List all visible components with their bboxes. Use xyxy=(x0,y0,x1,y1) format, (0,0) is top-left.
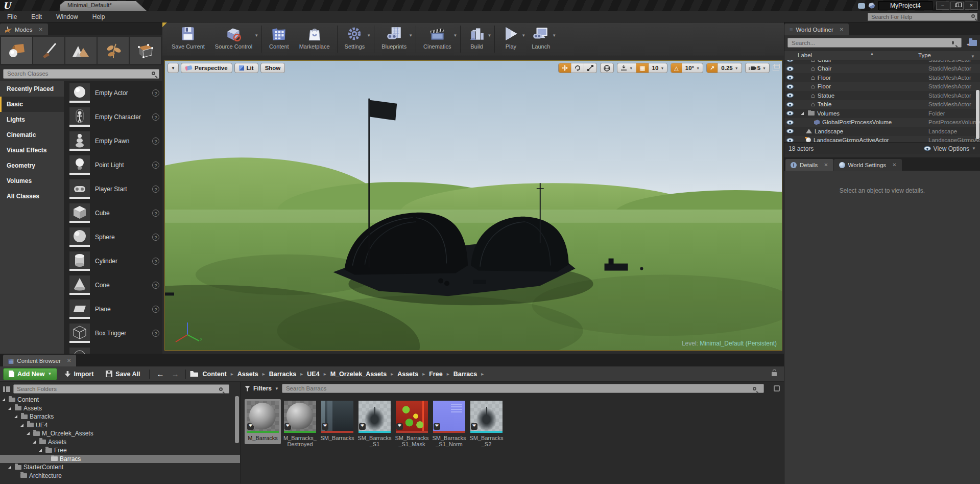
save-current-button[interactable]: Save Current xyxy=(166,22,210,56)
tree-item[interactable]: Assets xyxy=(0,404,240,413)
expander-icon[interactable] xyxy=(39,449,42,452)
save-search-button[interactable] xyxy=(774,385,780,391)
category-cinematic[interactable]: Cinematic xyxy=(0,127,64,143)
list-item[interactable]: Empty Actor ? xyxy=(64,81,162,105)
chevron-down-icon[interactable]: ▼ xyxy=(552,33,556,38)
expander-icon[interactable] xyxy=(8,466,11,469)
foliage-mode-button[interactable] xyxy=(98,37,129,64)
close-icon[interactable]: ✕ xyxy=(892,162,896,168)
breadcrumb-item[interactable]: M_Orzelek_Assets xyxy=(328,371,389,378)
tab-details[interactable]: i Details ✕ xyxy=(785,159,833,171)
minimize-button[interactable]: – xyxy=(936,2,949,10)
tree-item-selected[interactable]: Barracs xyxy=(0,455,240,464)
asset-tile[interactable]: * SM_Barracks_S1 xyxy=(356,399,393,450)
save-all-button[interactable]: Save All xyxy=(101,368,145,380)
close-icon[interactable]: ✕ xyxy=(840,27,844,32)
chevron-down-icon[interactable]: ▼ xyxy=(521,33,525,38)
help-circle-icon[interactable]: ? xyxy=(152,89,159,97)
outliner-row[interactable]: ⌂Chair StaticMeshActor xyxy=(784,60,980,64)
settings-button[interactable]: Settings xyxy=(340,22,370,56)
outliner-row[interactable]: Landscape Landscape xyxy=(784,127,980,136)
camera-speed-button[interactable]: 5▼ xyxy=(746,63,769,73)
paint-mode-button[interactable] xyxy=(33,37,64,64)
expander-icon[interactable] xyxy=(27,432,30,435)
list-item[interactable]: Empty Character ? xyxy=(64,105,162,129)
forward-button[interactable]: → xyxy=(169,370,181,378)
tab-content-browser[interactable]: ▦ Content Browser ✕ xyxy=(3,355,76,366)
tree-scrollbar[interactable] xyxy=(235,396,239,443)
chevron-down-icon[interactable]: ▼ xyxy=(487,33,491,38)
tree-item[interactable]: Free xyxy=(0,446,240,455)
perspective-button[interactable]: Perspective xyxy=(181,63,232,73)
breadcrumb-item[interactable]: Content xyxy=(200,371,228,378)
grid-snap-value[interactable]: 10▼ xyxy=(649,63,667,73)
menu-edit[interactable]: Edit xyxy=(24,12,49,22)
column-label[interactable]: Label xyxy=(784,52,918,58)
list-item[interactable]: Player Start ? xyxy=(64,177,162,201)
chevron-down-icon[interactable]: ▼ xyxy=(409,33,413,38)
chevron-down-icon[interactable]: ▼ xyxy=(254,33,258,38)
list-item[interactable]: Cone ? xyxy=(64,273,162,297)
chevron-down-icon[interactable]: ▼ xyxy=(367,33,371,38)
help-circle-icon[interactable]: ? xyxy=(152,162,159,169)
close-icon[interactable]: ✕ xyxy=(824,162,828,168)
outliner-search-input[interactable] xyxy=(787,38,962,48)
outliner-row[interactable]: ⌂Table StaticMeshActor xyxy=(784,100,980,109)
scale-snap-toggle[interactable]: ↗ xyxy=(707,63,718,73)
add-folder-icon[interactable] xyxy=(969,40,977,46)
add-new-button[interactable]: Add New ▼ xyxy=(3,368,57,380)
rotation-snap-toggle[interactable]: △ xyxy=(671,63,682,73)
close-button[interactable]: × xyxy=(965,2,978,10)
eye-icon[interactable] xyxy=(786,120,794,125)
asset-tile[interactable]: * M_Barracks xyxy=(245,399,281,444)
rotation-snap-value[interactable]: 10°▼ xyxy=(682,63,703,73)
play-button[interactable]: Play xyxy=(497,22,524,56)
tree-item[interactable]: M_Orzelek_Assets xyxy=(0,429,240,438)
source-control-button[interactable]: Source Control xyxy=(210,22,257,56)
list-item[interactable]: Cylinder ? xyxy=(64,249,162,273)
scale-snap-value[interactable]: 0.25▼ xyxy=(718,63,741,73)
landscape-mode-button[interactable] xyxy=(65,37,97,64)
list-item[interactable]: Empty Pawn ? xyxy=(64,129,162,153)
list-item[interactable]: Point Light ? xyxy=(64,153,162,177)
asset-tile[interactable]: * SM_Barracks xyxy=(319,399,355,444)
outliner-row[interactable]: LandscapeGizmoActiveActor LandscapeGizmo… xyxy=(784,136,980,143)
lit-button[interactable]: Lit xyxy=(234,63,258,73)
asset-tile[interactable]: * SM_Barracks_S1_Norm xyxy=(431,399,467,450)
content-button[interactable]: Content xyxy=(264,22,294,56)
show-button[interactable]: Show xyxy=(260,63,285,73)
sources-toggle-icon[interactable] xyxy=(3,386,10,392)
eye-icon[interactable] xyxy=(786,111,794,116)
category-visual-effects[interactable]: Visual Effects xyxy=(0,143,64,158)
help-circle-icon[interactable]: ? xyxy=(152,330,159,337)
tab-world-settings[interactable]: World Settings ✕ xyxy=(834,159,902,171)
breadcrumb-item[interactable]: Free xyxy=(427,371,444,378)
filters-button[interactable]: Filters xyxy=(253,385,272,392)
import-button[interactable]: Import xyxy=(59,368,99,380)
coordinate-system-button[interactable] xyxy=(600,63,614,73)
help-circle-icon[interactable]: ? xyxy=(152,113,159,121)
breadcrumb-item[interactable]: Barracs xyxy=(451,371,480,378)
surface-snap-button[interactable]: ▼ xyxy=(617,63,636,73)
tree-item[interactable]: Barracks xyxy=(0,412,240,421)
help-circle-icon[interactable]: ? xyxy=(152,186,159,193)
category-volumes[interactable]: Volumes xyxy=(0,173,64,189)
expander-icon[interactable] xyxy=(8,407,11,410)
help-circle-icon[interactable]: ? xyxy=(152,306,159,313)
expander-icon[interactable] xyxy=(20,424,23,427)
outliner-row[interactable]: ⌂Floor StaticMeshActor xyxy=(784,82,980,91)
eye-icon[interactable] xyxy=(786,75,794,80)
tree-item[interactable]: Architecture xyxy=(0,472,240,480)
expander-icon[interactable] xyxy=(2,398,5,401)
outliner-row[interactable]: ⌂Statue StaticMeshActor xyxy=(784,91,980,100)
asset-tile[interactable]: * SM_Barracks_S2 xyxy=(468,399,505,450)
help-circle-icon[interactable]: ? xyxy=(152,210,159,217)
breadcrumb-item[interactable]: Barracks xyxy=(267,371,299,378)
breadcrumb-item[interactable]: UE4 xyxy=(305,371,321,378)
search-folders-input[interactable] xyxy=(13,384,229,394)
menu-window[interactable]: Window xyxy=(49,12,85,22)
tab-world-outliner[interactable]: ≡ World Outliner ✕ xyxy=(784,24,849,35)
build-button[interactable]: Build xyxy=(463,22,490,56)
chevron-down-icon[interactable]: ▼ xyxy=(971,54,975,59)
chevron-down-icon[interactable]: ▼ xyxy=(453,33,457,38)
